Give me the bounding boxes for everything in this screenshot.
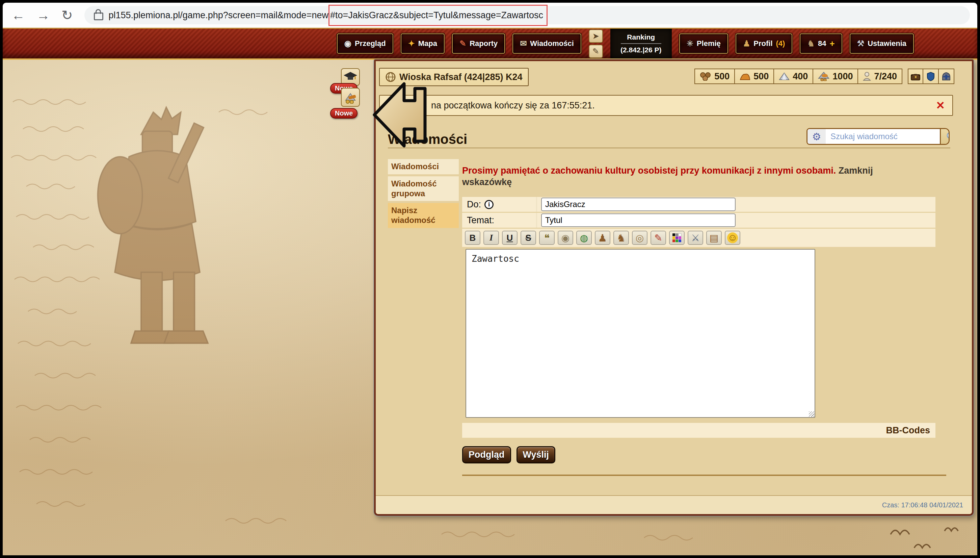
italic-button[interactable]: I: [483, 231, 499, 245]
tribe-link-button[interactable]: ♞: [614, 231, 629, 245]
nav-label: Plemię: [697, 39, 721, 48]
nav-label: Profil: [754, 39, 772, 48]
population-icon: [863, 72, 871, 81]
side-tab-rewards[interactable]: [341, 88, 360, 107]
world-link-button[interactable]: ◎: [632, 231, 648, 245]
magnifier-icon: [946, 131, 950, 141]
send-button[interactable]: Wyślij: [517, 446, 556, 463]
game-viewport: ◉ Przegląd ✦ Mapa ✎ Raporty ✉ Wiadomości…: [3, 28, 977, 555]
search-options-button[interactable]: ⚙: [808, 129, 826, 144]
resource-values: 500 500 400: [694, 69, 902, 84]
premium-count: 84: [818, 39, 826, 48]
game-top-nav: ◉ Przegląd ✦ Mapa ✎ Raporty ✉ Wiadomości…: [3, 28, 977, 60]
close-notification-button[interactable]: ✕: [936, 95, 945, 115]
quote-button[interactable]: ❝: [539, 231, 555, 245]
browser-reload-button[interactable]: ↻: [61, 8, 73, 22]
knight-sketch: [98, 107, 208, 343]
message-textarea[interactable]: Zawartosc: [466, 249, 815, 418]
search-input[interactable]: [826, 129, 940, 144]
italic-icon: I: [489, 233, 493, 243]
player-link-button[interactable]: ♟: [595, 231, 610, 245]
building-icon: ▤: [710, 232, 718, 243]
notification-bar: na początkowa kończy się za 167:55:21. ✕: [379, 95, 953, 116]
knight-helmet-button[interactable]: [939, 69, 954, 84]
world-icon: ◎: [636, 232, 644, 243]
quill-icon: ✎: [460, 39, 466, 48]
eye-icon: ◉: [344, 39, 352, 48]
textarea-resize-handle[interactable]: [809, 411, 814, 417]
bb-codes-row: BB-Codes: [462, 423, 936, 438]
population-resource: 7/240: [858, 69, 902, 84]
subject-input[interactable]: [541, 213, 736, 227]
strikethrough-button[interactable]: S: [520, 231, 536, 245]
menu-item-wiadomosc-grupowa[interactable]: Wiadomość grupowa: [388, 176, 459, 201]
resources-axe-icon: [344, 91, 357, 104]
server-time: Czas: 17:06:48 04/01/2021: [882, 501, 963, 509]
big-arrow-annotation: [372, 79, 429, 151]
search-button[interactable]: [940, 129, 950, 144]
clay-icon: [739, 72, 751, 80]
nav-button-przeglad[interactable]: ◉ Przegląd: [337, 33, 393, 54]
tribe-icon: ♞: [617, 232, 626, 244]
nav-button-profil[interactable]: ♟ Profil (4): [736, 33, 793, 54]
population-value: 7/240: [874, 71, 897, 82]
browser-back-button[interactable]: ←: [11, 8, 25, 22]
building-link-button[interactable]: ▤: [706, 231, 722, 245]
browser-forward-button[interactable]: →: [36, 8, 50, 22]
menu-item-napisz-wiadomosc[interactable]: Napisz wiadomość: [388, 203, 459, 228]
report-icon: ✎: [654, 232, 662, 243]
recipient-label-cell: Do: i: [462, 197, 537, 212]
resources-bar: 500 500 400: [694, 69, 954, 84]
shield-flag-button[interactable]: [923, 69, 939, 84]
ranking-title: Ranking: [627, 33, 655, 41]
side-tabs: Nowe Nowe: [330, 68, 368, 120]
bb-codes-link[interactable]: BB-Codes: [886, 425, 930, 435]
quick-note-button[interactable]: ✎: [589, 44, 603, 58]
chest-icon: [910, 72, 921, 81]
nav-label: Mapa: [418, 39, 437, 48]
village-link-button[interactable]: ◍: [576, 231, 592, 245]
strikethrough-icon: S: [525, 233, 531, 243]
nav-button-premium[interactable]: ♞ 84 +: [800, 33, 842, 54]
nav-button-raporty[interactable]: ✎ Raporty: [452, 33, 505, 54]
nav-button-plemie[interactable]: ✳ Plemię: [679, 33, 728, 54]
tools-icon: ⚒: [857, 39, 865, 48]
bold-button[interactable]: B: [465, 231, 480, 245]
storage-value: 1000: [833, 71, 853, 82]
underline-button[interactable]: U: [502, 231, 517, 245]
crossed-swords-icon: ⚔: [691, 232, 699, 243]
nav-label: Ustawienia: [867, 39, 906, 48]
sun-icon: ✳: [687, 39, 694, 48]
emoji-icon: ☺: [727, 232, 738, 243]
subject-label: Temat:: [467, 215, 494, 226]
note-icon: ✎: [592, 47, 599, 56]
emoji-button[interactable]: ☺: [725, 231, 740, 245]
premium-head-icon: ♞: [807, 39, 815, 48]
quick-forum-button[interactable]: ➤: [589, 30, 603, 43]
subject-row: Temat:: [462, 213, 936, 228]
info-icon[interactable]: i: [484, 200, 494, 209]
lock-icon: [94, 13, 103, 20]
recipient-input[interactable]: [541, 198, 736, 211]
url-bar[interactable]: pl155.plemiona.pl/game.php?screen=mail&m…: [84, 6, 970, 24]
nav-button-mapa[interactable]: ✦ Mapa: [401, 33, 445, 54]
preview-button[interactable]: Podgląd: [462, 446, 511, 463]
nav-button-wiadomosci[interactable]: ✉ Wiadomości: [512, 33, 581, 54]
ranking-display[interactable]: Ranking (2.842.|26 P): [610, 29, 672, 58]
report-link-button[interactable]: ✎: [651, 231, 666, 245]
clay-value: 500: [754, 71, 769, 82]
menu-item-wiadomosci[interactable]: Wiadomości: [388, 159, 459, 174]
quote-icon: ❝: [544, 232, 550, 244]
recipient-row: Do: i: [462, 197, 936, 212]
nav-label: Przegląd: [355, 39, 386, 48]
forum-token-button[interactable]: ◉: [558, 231, 573, 245]
text-color-button[interactable]: [669, 231, 685, 245]
form-actions: Podgląd Wyślij: [462, 446, 555, 463]
browser-toolbar: ← → ↻ pl155.plemiona.pl/game.php?screen=…: [3, 3, 977, 28]
courtesy-notice: Prosimy pamiętać o zachowaniu kultury os…: [462, 165, 916, 188]
claim-button[interactable]: ⚔: [688, 231, 703, 245]
nav-button-ustawienia[interactable]: ⚒ Ustawienia: [850, 33, 914, 54]
village-icon: ◍: [580, 232, 588, 243]
premium-chest-button[interactable]: [908, 69, 923, 84]
subject-label-cell: Temat:: [462, 213, 537, 228]
